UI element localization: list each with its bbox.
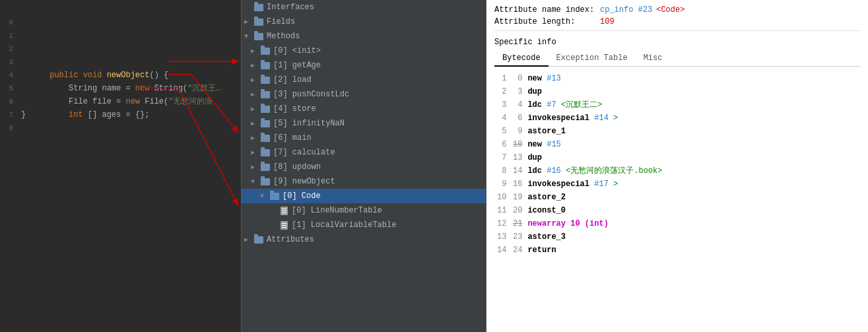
code-line: 5 File file = new File("无愁河的浪 — [0, 82, 241, 95]
attr-length-value: 109 — [600, 17, 615, 26]
folder-icon — [260, 75, 271, 85]
doc-icon — [279, 205, 289, 216]
tree-arrow: ▶ — [251, 47, 260, 55]
bytecode-row: 916invokespecial #17 > — [494, 178, 860, 191]
tree-label: [0] Code — [283, 191, 321, 201]
bc-instruction: iconst_0 — [525, 204, 860, 217]
tree-item-getage[interactable]: ▶ [1] getAge — [242, 58, 486, 73]
attr-name-link[interactable]: cp_info #23 — [600, 5, 652, 15]
tree-label: Fields — [267, 17, 295, 26]
tree-label: [1] getAge — [273, 61, 321, 70]
tree-item-store[interactable]: ▶ [4] store — [242, 102, 486, 116]
bc-offset: 0 — [509, 72, 525, 85]
tree-item-attributes[interactable]: ▶ Attributes — [242, 232, 486, 247]
divider — [494, 30, 860, 31]
bytecode-row: 34ldc #7 <沉默王二> — [494, 98, 860, 112]
bc-instruction: ldc #7 <沉默王二> — [525, 98, 860, 112]
tree-arrow: ▶ — [251, 134, 260, 142]
tree-item-localvariabletable[interactable]: [1] LocalVariableTable — [242, 218, 486, 232]
tree-item-updown[interactable]: ▶ [8] updown — [242, 160, 486, 174]
tree-item-init[interactable]: ▶ [0] <init> — [242, 44, 486, 58]
bc-line-number: 12 — [494, 217, 509, 230]
bytecode-table: 10new #13 23dup34ldc #7 <沉默王二>46invokesp… — [494, 72, 860, 257]
folder-icon — [260, 104, 271, 114]
tree-item-infinitynan[interactable]: ▶ [5] infinityNaN — [242, 116, 486, 131]
tree-item-methods[interactable]: ▼ Methods — [242, 29, 486, 44]
bc-instruction: dup — [525, 151, 860, 164]
bc-offset: 20 — [509, 204, 525, 217]
bc-instruction: astore_2 — [525, 191, 860, 204]
tree-label: [5] infinityNaN — [273, 119, 345, 128]
bytecode-row: 610new #15 — [494, 138, 860, 151]
tab-bar: Bytecode Exception Table Misc — [494, 51, 860, 67]
tree-item-code[interactable]: ▼ [0] Code — [242, 189, 486, 203]
bc-line-number: 4 — [494, 112, 509, 125]
bc-offset: 4 — [509, 98, 525, 112]
tree-label: Methods — [267, 32, 300, 41]
bc-line-number: 11 — [494, 204, 509, 217]
tree-arrow: ▶ — [251, 61, 260, 69]
folder-icon — [253, 31, 264, 42]
folder-icon — [260, 60, 271, 71]
attr-name-label: Attribute name index: — [494, 5, 600, 15]
tab-bytecode[interactable]: Bytecode — [494, 51, 549, 67]
tree-arrow: ▶ — [244, 236, 253, 244]
tree-item-main[interactable]: ▶ [6] main — [242, 131, 486, 145]
bytecode-row: 1323astore_3 — [494, 230, 860, 244]
tree-item-fields[interactable]: ▶ Fields — [242, 15, 486, 29]
tree-item-calculate[interactable]: ▶ [7] calculate — [242, 145, 486, 160]
tree-label: [0] LineNumberTable — [292, 206, 382, 215]
tree-item-interfaces[interactable]: Interfaces — [242, 0, 486, 15]
tree-arrow: ▶ — [251, 119, 260, 127]
tree-arrow: ▼ — [260, 193, 269, 200]
bc-offset: 3 — [509, 85, 525, 98]
bc-offset: 13 — [509, 151, 525, 164]
bc-instruction: invokespecial #14 > — [525, 112, 860, 125]
tree-panel: Interfaces ▶ Fields ▼ Methods ▶ [0] <ini… — [241, 0, 486, 332]
code-line — [0, 3, 241, 16]
code-line: 4 String name = new String("沉默王… — [0, 69, 241, 82]
bc-offset: 9 — [509, 125, 525, 138]
tree-label: [6] main — [273, 133, 312, 143]
bytecode-row: 713dup — [494, 151, 860, 164]
tab-exception-table[interactable]: Exception Table — [549, 51, 636, 66]
tree-item-newobject[interactable]: ▼ [9] newObject — [242, 174, 486, 189]
folder-icon — [260, 162, 271, 172]
bc-line-number: 1 — [494, 72, 509, 85]
bytecode-row: 814ldc #16 <无愁河的浪荡汉子.book> — [494, 164, 860, 178]
tree-label: [0] <init> — [273, 46, 321, 55]
bc-instruction: astore_3 — [525, 230, 860, 244]
tree-label: [2] load — [273, 75, 312, 84]
tree-label: [4] store — [273, 104, 316, 114]
attr-length-label: Attribute length: — [494, 17, 600, 26]
tree-label: Interfaces — [267, 3, 314, 12]
tab-misc[interactable]: Misc — [636, 51, 671, 66]
tree-label: [7] calculate — [273, 148, 335, 157]
bytecode-row: 23dup — [494, 85, 860, 98]
bc-offset: 6 — [509, 112, 525, 125]
bc-instruction: return — [525, 244, 860, 257]
code-line: 1 — [0, 29, 241, 42]
attr-name-value: <Code> — [656, 5, 684, 15]
bytecode-row: 1424return — [494, 244, 860, 257]
bytecode-row: 1221newarray 10 (int) — [494, 217, 860, 230]
bytecode-row: 59astore_1 — [494, 125, 860, 138]
tree-label: [9] newObject — [273, 177, 335, 186]
tree-item-pushconstldc[interactable]: ▶ [3] pushConstLdc — [242, 87, 486, 102]
tree-item-load[interactable]: ▶ [2] load — [242, 73, 486, 87]
bc-line-number: 13 — [494, 230, 509, 244]
bc-instruction: newarray 10 (int) — [525, 217, 860, 230]
code-line: 2 — [0, 42, 241, 55]
bc-offset: 19 — [509, 191, 525, 204]
folder-icon — [269, 191, 280, 201]
bytecode-row: 1019astore_2 — [494, 191, 860, 204]
tree-arrow: ▼ — [251, 178, 260, 185]
tree-label: [1] LocalVariableTable — [292, 220, 396, 230]
bc-line-number: 10 — [494, 191, 509, 204]
tree-label: [8] updown — [273, 162, 321, 172]
folder-icon — [260, 89, 271, 100]
code-editor: 0 1 2 3 public void newObject() { 4 Stri… — [0, 0, 241, 332]
folder-icon — [260, 133, 271, 143]
folder-icon — [260, 147, 271, 158]
tree-item-linenumbertable[interactable]: [0] LineNumberTable — [242, 203, 486, 218]
